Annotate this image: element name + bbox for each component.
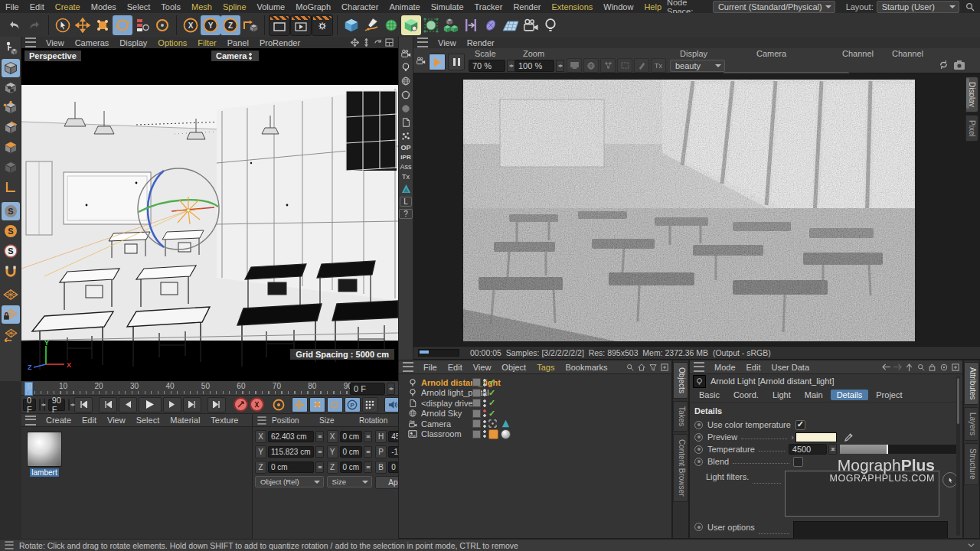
arnold-license-button[interactable]: L	[400, 197, 412, 207]
anim-dot-use-color-temperature[interactable]	[694, 421, 703, 429]
coordinate-system-button[interactable]	[152, 15, 172, 35]
status-expand-icon[interactable]	[965, 540, 977, 551]
menu-render[interactable]: Render	[508, 2, 546, 11]
ipr-snapshot-list-icon[interactable]	[415, 55, 426, 67]
range-end-stepper[interactable]	[68, 399, 70, 411]
arnold-polymesh-icon[interactable]	[400, 89, 412, 100]
viewport-menu-icon[interactable]	[25, 37, 36, 47]
am-forward-icon[interactable]	[892, 361, 903, 373]
ipr-menu-view[interactable]: View	[433, 38, 462, 47]
scale-tool-button[interactable]	[93, 15, 113, 35]
temperature-stepper[interactable]	[828, 444, 837, 455]
stage-camera-button[interactable]	[521, 15, 541, 35]
object-row-arnold-light-portal[interactable]: Arnold light_portal ✓	[399, 388, 671, 399]
arnold-noise-icon[interactable]	[400, 130, 412, 142]
anim-dot-blend[interactable]	[694, 458, 703, 466]
tab-layers[interactable]: Layers	[964, 407, 979, 441]
position-x-field[interactable]: 62.403 cm	[268, 431, 314, 442]
user-options-field[interactable]	[793, 521, 948, 539]
object-name[interactable]: Classroom	[421, 429, 462, 439]
rotate-tool-button[interactable]	[113, 15, 132, 35]
material-menu-icon[interactable]	[25, 416, 36, 425]
size-z-stepper[interactable]	[364, 461, 372, 473]
record-autokey-button[interactable]	[250, 397, 264, 412]
arnold-logo-icon[interactable]	[400, 183, 412, 194]
y-axis-lock-button[interactable]: Y	[201, 15, 220, 35]
menu-tools[interactable]: Tools	[155, 2, 186, 11]
phong-tag-icon[interactable]	[488, 429, 498, 439]
om-menu-bookmarks[interactable]: Bookmarks	[560, 363, 612, 372]
use-color-temperature-checkbox[interactable]	[795, 420, 805, 430]
ipr-zoom-field[interactable]: 100 %	[514, 60, 554, 72]
add-cube-button[interactable]	[341, 15, 361, 35]
x-axis-lock-button[interactable]: X	[181, 15, 201, 35]
material-name[interactable]: lambert	[30, 468, 58, 477]
temperature-slider-handle[interactable]	[887, 445, 888, 454]
ipr-render-canvas[interactable]: Display Pixel	[413, 73, 980, 346]
vp-menu-options[interactable]: Options	[152, 38, 192, 47]
menu-help[interactable]: Help	[639, 2, 667, 11]
next-key-button[interactable]	[183, 397, 201, 412]
lock-workplane-button[interactable]	[2, 305, 20, 324]
menu-file[interactable]: File	[0, 2, 24, 11]
temperature-field[interactable]: 4500	[789, 444, 827, 455]
coord-size-mode-dropdown[interactable]: Size	[327, 476, 373, 487]
position-z-field[interactable]: 0 cm	[268, 461, 314, 473]
menu-select[interactable]: Select	[122, 2, 156, 11]
vp-menu-display[interactable]: Display	[114, 38, 152, 47]
arnold-volume-icon[interactable]	[400, 103, 412, 114]
range-end-field[interactable]: 90 F	[48, 399, 65, 411]
object-row-camera[interactable]: Camera	[399, 419, 671, 429]
tab-objects[interactable]: Objects	[673, 362, 688, 399]
ipr-region-icon[interactable]	[617, 58, 632, 73]
coord-mode-dropdown[interactable]: Object (Rel)	[255, 476, 324, 487]
arnold-help-button[interactable]: ?	[399, 209, 413, 219]
make-editable-button[interactable]	[2, 39, 20, 57]
spline-wrap-button[interactable]	[461, 15, 481, 35]
arnold-light-icon[interactable]	[400, 61, 412, 73]
ipr-tab-pixel[interactable]: Pixel	[965, 115, 978, 142]
snap-enable-button[interactable]: S	[2, 202, 20, 220]
workplane-button[interactable]	[240, 15, 260, 35]
dolly-view-icon[interactable]	[361, 37, 372, 48]
menu-spline[interactable]: Spline	[217, 2, 252, 11]
am-tab-basic[interactable]: Basic	[693, 390, 726, 400]
goto-end-button[interactable]	[207, 397, 226, 412]
light-filters-add-icon[interactable]	[942, 472, 958, 487]
tab-structure[interactable]: Structure	[964, 443, 979, 485]
render-view-button[interactable]	[269, 15, 290, 36]
volume-builder-button[interactable]	[481, 15, 501, 35]
workplane-mode-button[interactable]	[2, 285, 20, 304]
am-menu-mode[interactable]: Mode	[709, 363, 741, 372]
tab-takes[interactable]: Takes	[673, 401, 688, 432]
move-tool-button[interactable]	[73, 15, 93, 35]
pos-y-stepper[interactable]	[315, 446, 324, 458]
layout-dropdown[interactable]: Startup (User)	[877, 1, 959, 13]
menu-animate[interactable]: Animate	[384, 2, 425, 11]
menu-tracker[interactable]: Tracker	[469, 2, 508, 11]
ipr-snapshot-icon[interactable]	[953, 59, 965, 70]
timeline-ruler[interactable]: 0 10 20 30 40 50 60 70 80 90 0 F	[21, 381, 398, 396]
polygon-mode-button[interactable]	[2, 139, 20, 157]
arnold-tx-button[interactable]: Tx	[402, 173, 410, 181]
ipr-scale-field[interactable]: 70 %	[469, 60, 505, 72]
z-axis-lock-button[interactable]: Z	[220, 15, 240, 35]
vp-menu-prorender[interactable]: ProRender	[254, 38, 305, 47]
menu-modes[interactable]: Modes	[86, 2, 122, 11]
search-icon[interactable]	[964, 1, 975, 12]
menu-edit[interactable]: Edit	[24, 2, 50, 11]
render-settings-button[interactable]	[312, 15, 333, 36]
menu-character[interactable]: Character	[336, 2, 384, 11]
ipr-sync-icon[interactable]	[938, 59, 949, 70]
am-menu-icon[interactable]	[694, 362, 704, 372]
details-section-title[interactable]: Details	[694, 406, 958, 416]
texture-mode-button[interactable]	[2, 79, 20, 97]
object-row-classroom[interactable]: Classroom	[399, 429, 671, 440]
om-menu-tags[interactable]: Tags	[531, 363, 560, 372]
keyframe-selection-button[interactable]	[270, 398, 287, 412]
menu-extensions[interactable]: Extensions	[546, 2, 598, 11]
status-menu-icon[interactable]	[5, 541, 13, 549]
pen-tool-button[interactable]	[361, 15, 381, 35]
prev-key-button[interactable]	[99, 397, 117, 412]
am-lock-icon[interactable]	[926, 361, 938, 373]
